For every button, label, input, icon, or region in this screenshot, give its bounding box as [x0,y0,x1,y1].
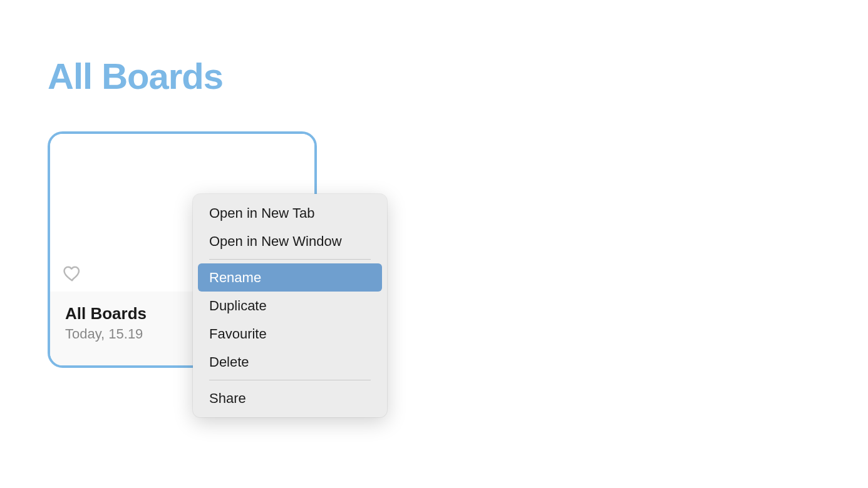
context-menu: Open in New Tab Open in New Window Renam… [193,194,387,417]
menu-separator [209,380,371,380]
menu-item-delete[interactable]: Delete [198,348,382,376]
menu-separator [209,259,371,260]
menu-item-open-new-tab[interactable]: Open in New Tab [198,199,382,227]
menu-item-duplicate[interactable]: Duplicate [198,292,382,320]
menu-item-rename[interactable]: Rename [198,263,382,292]
menu-item-share[interactable]: Share [198,384,382,412]
heart-icon[interactable] [63,264,81,283]
menu-item-open-new-window[interactable]: Open in New Window [198,227,382,255]
menu-item-favourite[interactable]: Favourite [198,320,382,348]
page-title: All Boards [48,55,223,97]
